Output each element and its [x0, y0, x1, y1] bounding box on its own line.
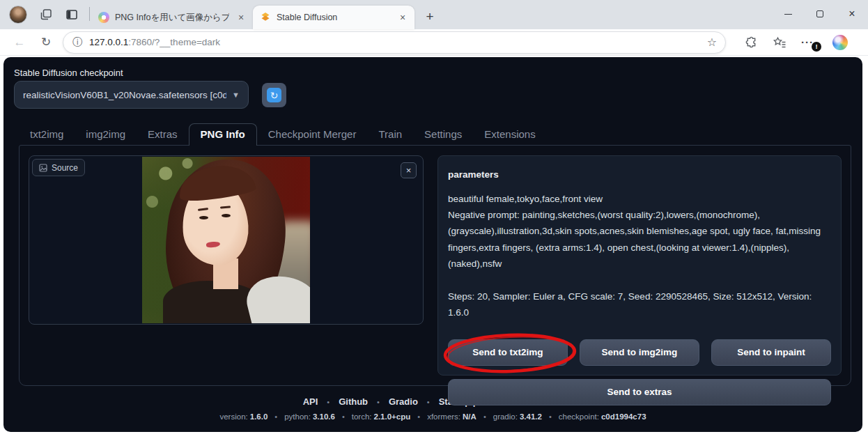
prompt-text: beautiful female,tokyo,face,front view: [448, 191, 831, 207]
refresh-icon: ↻: [267, 88, 281, 102]
url-host: 127.0.0.1: [89, 37, 128, 47]
footer-version-info: version:1.6.0 • python:3.10.6 • torch:2.…: [3, 412, 862, 421]
meta-xformers: xformers:N/A: [427, 412, 476, 421]
tabstrip-left-icons: [0, 6, 88, 29]
negative-prompt-text: Negative prompt: painting,sketches,(wors…: [448, 207, 831, 272]
extensions-icon[interactable]: [744, 36, 758, 49]
parameters-heading: parameters: [448, 169, 831, 180]
site-info-icon[interactable]: ⓘ: [72, 36, 82, 49]
tab-close-icon[interactable]: ×: [235, 11, 247, 24]
footer-link-gradio[interactable]: Gradio: [389, 396, 418, 407]
back-icon[interactable]: ←: [10, 33, 29, 52]
favorite-star-icon[interactable]: ☆: [707, 36, 717, 49]
tab-png-info[interactable]: PNG Info: [189, 123, 257, 146]
new-tab-button[interactable]: +: [420, 7, 440, 26]
notification-badge: !: [812, 42, 821, 52]
tab-close-icon[interactable]: ×: [396, 11, 409, 24]
window-close-button[interactable]: ×: [836, 0, 868, 28]
tab-train[interactable]: Train: [367, 124, 413, 146]
tab-extras[interactable]: Extras: [137, 124, 189, 146]
page-background: Stable Diffusion checkpoint realisticVis…: [0, 56, 868, 441]
checkpoint-value: realisticVisionV60B1_v20Novae.safetensor…: [23, 90, 226, 100]
source-image-dropzone[interactable]: Source ×: [29, 155, 424, 325]
tab-img2img[interactable]: img2img: [75, 124, 137, 146]
send-to-inpaint-button[interactable]: Send to inpaint: [711, 339, 831, 366]
workspaces-icon[interactable]: [39, 8, 53, 22]
refresh-checkpoints-button[interactable]: ↻: [262, 83, 286, 107]
url-path: :7860/?__theme=dark: [128, 37, 220, 47]
toolbar-right-icons: ··· !: [744, 35, 848, 50]
tab-txt2img[interactable]: txt2img: [19, 124, 75, 146]
send-to-txt2img-button[interactable]: Send to txt2img: [448, 339, 568, 366]
checkpoint-dropdown[interactable]: realisticVisionV60B1_v20Novae.safetensor…: [14, 81, 249, 109]
meta-checkpoint: checkpoint:c0d1994c73: [559, 412, 646, 421]
tab-settings[interactable]: Settings: [413, 124, 473, 146]
tab-extensions[interactable]: Extensions: [473, 124, 546, 146]
send-to-img2img-button[interactable]: Send to img2img: [580, 339, 699, 366]
parameters-panel: parameters beautiful female,tokyo,face,f…: [437, 155, 842, 376]
app-tab-nav: txt2img img2img Extras PNG Info Checkpoi…: [19, 124, 847, 146]
tab-separator: [89, 7, 90, 21]
browser-toolbar: ← ↻ ⓘ 127.0.0.1:7860/?__theme=dark ☆ ···…: [0, 29, 868, 56]
stable-diffusion-app: Stable Diffusion checkpoint realisticVis…: [3, 57, 862, 432]
png-info-panel: Source ×: [19, 145, 851, 386]
chevron-down-icon: ▼: [232, 91, 240, 99]
copilot-icon[interactable]: [832, 35, 848, 50]
window-minimize-button[interactable]: [772, 0, 804, 28]
source-tab-chip: Source: [32, 159, 85, 176]
address-bar[interactable]: ⓘ 127.0.0.1:7860/?__theme=dark ☆: [63, 31, 726, 54]
settings-more-icon[interactable]: ··· !: [801, 35, 818, 50]
reload-icon[interactable]: ↻: [36, 33, 56, 52]
tab-favicon: [98, 12, 109, 23]
browser-tabs: PNG Infoを用いて画像からプロンプト × Stable Diffusion…: [91, 0, 440, 29]
meta-torch: torch:2.1.0+cpu: [352, 412, 411, 421]
browser-tabstrip: PNG Infoを用いて画像からプロンプト × Stable Diffusion…: [0, 0, 868, 29]
favorites-icon[interactable]: [773, 36, 786, 49]
clear-image-button[interactable]: ×: [401, 162, 417, 178]
gradio-favicon: [260, 12, 271, 23]
send-buttons-row: Send to txt2img Send to img2img Send to …: [448, 339, 831, 366]
meta-python: python:3.10.6: [284, 412, 335, 421]
tab-title: PNG Infoを用いて画像からプロンプト: [115, 12, 229, 24]
send-to-extras-button[interactable]: Send to extras: [448, 379, 831, 405]
browser-tab-png-info[interactable]: PNG Infoを用いて画像からプロンプト ×: [91, 6, 253, 29]
checkpoint-label: Stable Diffusion checkpoint: [14, 68, 123, 78]
tab-title: Stable Diffusion: [277, 13, 391, 22]
browser-tab-stable-diffusion[interactable]: Stable Diffusion ×: [253, 6, 414, 29]
source-label: Source: [52, 163, 78, 173]
source-image: [142, 157, 310, 323]
url-text: 127.0.0.1:7860/?__theme=dark: [89, 37, 700, 47]
tab-actions-icon[interactable]: [65, 8, 79, 22]
window-maximize-button[interactable]: [804, 0, 836, 28]
window-controls: ×: [772, 0, 868, 28]
meta-version: version:1.6.0: [219, 412, 268, 421]
footer-link-github[interactable]: Github: [339, 396, 368, 407]
meta-gradio: gradio:3.41.2: [493, 412, 542, 421]
tab-checkpoint-merger[interactable]: Checkpoint Merger: [257, 124, 368, 146]
generation-info-text: Steps: 20, Sampler: Euler a, CFG scale: …: [448, 288, 831, 320]
image-icon: [39, 164, 47, 172]
footer-link-api[interactable]: API: [303, 396, 318, 407]
profile-avatar[interactable]: [9, 6, 27, 24]
